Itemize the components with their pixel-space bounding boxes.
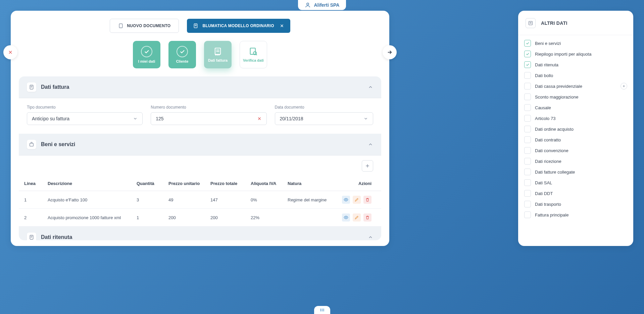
company-badge[interactable]: Aliferti SPA — [298, 0, 346, 10]
checkbox[interactable] — [524, 51, 531, 57]
nav-next-button[interactable] — [383, 45, 397, 59]
add-sub-button[interactable] — [621, 83, 627, 89]
checkbox-item[interactable]: Articolo 73 — [524, 115, 627, 122]
cell-qta: 3 — [137, 197, 168, 202]
checkbox-label: Fattura principale — [535, 212, 568, 217]
section-icon — [27, 140, 36, 149]
close-icon[interactable] — [280, 23, 284, 28]
form-row: Tipo documento Anticipo su fattura Numer… — [19, 98, 381, 134]
checkbox[interactable] — [524, 115, 531, 122]
section-header-beni[interactable]: Beni e servizi — [19, 134, 381, 155]
checkbox-item[interactable]: Sconto maggiorazione — [524, 93, 627, 100]
checkbox-label: Sconto maggiorazione — [535, 95, 578, 100]
field-value: Anticipo su fattura — [32, 116, 69, 121]
checkbox-label: Dati ricezione — [535, 159, 561, 164]
checkbox-item[interactable]: Dati convenzione — [524, 147, 627, 154]
tipo-documento-select[interactable]: Anticipo su fattura — [27, 112, 143, 125]
checkbox[interactable] — [524, 211, 531, 218]
checkbox-label: Causale — [535, 105, 551, 110]
user-icon — [305, 2, 311, 8]
chevron-up-icon — [368, 142, 373, 147]
checkbox-item[interactable]: Dati bollo — [524, 72, 627, 79]
numero-documento-input[interactable]: 125 — [151, 112, 266, 125]
checkbox[interactable] — [524, 61, 531, 68]
col-descr: Descrizione — [48, 181, 137, 186]
company-name: Aliferti SPA — [314, 2, 340, 8]
section-header-ritenuta[interactable]: Dati ritenuta — [19, 227, 381, 240]
checkbox-item[interactable]: Dati ritenuta — [524, 61, 627, 68]
checkbox[interactable] — [524, 126, 531, 132]
data-documento-select[interactable]: 20/11/2018 — [275, 112, 373, 125]
checkbox-item[interactable]: Dati contratto — [524, 136, 627, 143]
list-icon — [528, 20, 533, 26]
bottom-dock-button[interactable] — [314, 306, 330, 314]
new-document-label: NUOVO DOCUMENTO — [127, 23, 170, 28]
col-qta: Quantità — [137, 181, 168, 186]
step-my-data[interactable]: I miei dati — [133, 41, 160, 68]
cell-linea: 2 — [24, 215, 48, 220]
checkbox-item[interactable]: Dati fatture collegate — [524, 169, 627, 175]
checkbox[interactable] — [524, 83, 531, 89]
document-lines-icon — [193, 23, 198, 28]
section-icon — [27, 82, 36, 92]
checkbox[interactable] — [524, 158, 531, 165]
delete-button[interactable] — [363, 213, 371, 222]
checkbox-item[interactable]: Dati trasporto — [524, 201, 627, 207]
step-client[interactable]: Cliente — [168, 41, 196, 68]
checkbox[interactable] — [524, 169, 531, 175]
svg-rect-3 — [215, 48, 220, 55]
col-azioni: Azioni — [338, 181, 371, 186]
bag-icon — [29, 142, 34, 147]
checkbox-item[interactable]: Dati ricezione — [524, 158, 627, 165]
close-icon — [8, 50, 13, 55]
checkbox[interactable] — [524, 40, 531, 47]
checkbox[interactable] — [524, 147, 531, 154]
add-line-button[interactable] — [362, 160, 373, 172]
receipt-icon — [213, 47, 222, 56]
checkbox-item[interactable]: Beni e servizi — [524, 40, 627, 47]
table-row: 2 Acquisto promozione 1000 fatture xml 1… — [19, 209, 381, 227]
clear-icon[interactable] — [257, 116, 262, 121]
checkbox-item[interactable]: Dati cassa previdenziale — [524, 83, 627, 89]
checkbox[interactable] — [524, 201, 531, 207]
new-document-button[interactable]: NUOVO DOCUMENTO — [110, 19, 179, 33]
checkbox-item[interactable]: Dati SAL — [524, 179, 627, 186]
checkbox-item[interactable]: Fattura principale — [524, 211, 627, 218]
edit-button[interactable] — [353, 196, 361, 204]
table-row: 1 Acquisto e'Fatto 100 3 49 147 0% Regim… — [19, 191, 381, 209]
view-button[interactable] — [342, 196, 350, 204]
col-prezzo-unit: Prezzo unitario — [168, 181, 210, 186]
cell-linea: 1 — [24, 197, 48, 202]
section-icon — [27, 233, 36, 240]
check-icon — [526, 63, 530, 67]
view-button[interactable] — [342, 213, 350, 222]
nav-close-button[interactable] — [3, 45, 17, 59]
checkbox[interactable] — [524, 136, 531, 143]
step-label: Dati fattura — [208, 58, 228, 62]
step-verify[interactable]: Verifica dati — [240, 41, 267, 68]
main-panel: NUOVO DOCUMENTO BLUMATICA MODELLO ORDINA… — [11, 11, 389, 246]
model-button[interactable]: BLUMATICA MODELLO ORDINARIO — [187, 19, 290, 33]
checkbox[interactable] — [524, 72, 531, 79]
checkbox-item[interactable]: Dati ordine acquisto — [524, 126, 627, 132]
field-numero-documento: Numero documento 125 — [151, 105, 266, 125]
col-linea: Linea — [24, 181, 48, 186]
checkbox-item[interactable]: Causale — [524, 104, 627, 111]
checkbox[interactable] — [524, 104, 531, 111]
trash-icon — [365, 197, 370, 202]
checkbox-item[interactable]: Dati DDT — [524, 190, 627, 197]
delete-button[interactable] — [363, 196, 371, 204]
svg-point-13 — [321, 309, 323, 310]
checkbox-item[interactable]: Riepilogo importi per aliquota — [524, 51, 627, 57]
section-title: Beni e servizi — [41, 141, 363, 147]
document-lines-icon — [29, 235, 34, 240]
checkbox[interactable] — [524, 179, 531, 186]
section-title: Dati fattura — [41, 84, 363, 90]
checkbox[interactable] — [524, 190, 531, 197]
section-header-fattura[interactable]: Dati fattura — [19, 76, 381, 98]
checkbox[interactable] — [524, 93, 531, 100]
step-invoice-data[interactable]: Dati fattura — [204, 41, 232, 68]
section-beni-servizi: Beni e servizi Linea Descrizione Quantit… — [19, 134, 381, 227]
checkbox-label: Dati bollo — [535, 73, 553, 78]
edit-button[interactable] — [353, 213, 361, 222]
